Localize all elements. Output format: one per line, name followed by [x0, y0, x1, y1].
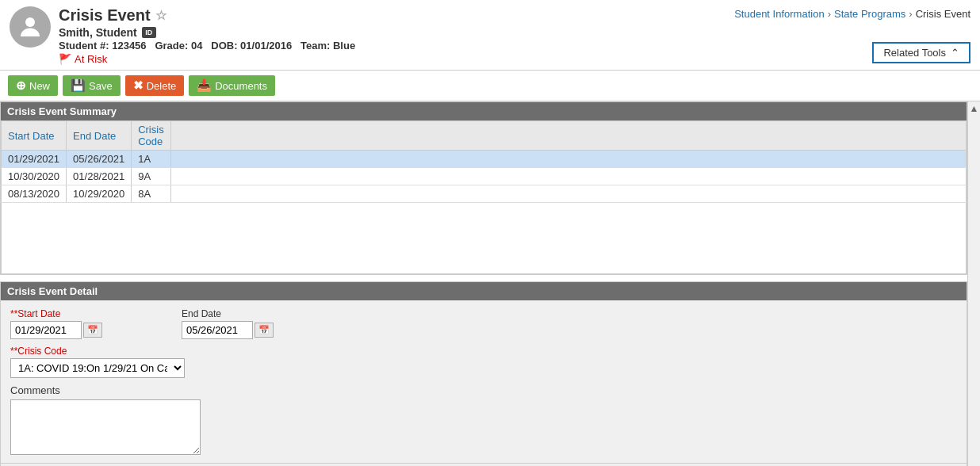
crisis-code-select[interactable]: 1A: COVID 19:On 1/29/21 On Campus9A: Opt…: [10, 358, 185, 378]
start-date-group: *Start Date 📅: [10, 308, 102, 339]
save-button[interactable]: 💾 Save: [63, 75, 121, 96]
cell-start-date: 10/30/2020: [2, 168, 67, 185]
toolbar: ⊕ New 💾 Save ✖ Delete 📥 Documents: [0, 71, 980, 101]
summary-header: Crisis Event Summary: [1, 102, 967, 120]
at-risk-text: At Risk: [75, 53, 107, 65]
delete-label: Delete: [147, 80, 177, 92]
avatar-icon: [16, 13, 44, 41]
modified-by: Modified By: Administrator 08/25/2021 09…: [1, 463, 967, 466]
cell-empty: [170, 168, 966, 185]
date-row: *Start Date 📅 End Date 📅: [10, 308, 957, 339]
end-date-group: End Date 📅: [182, 308, 274, 339]
documents-icon: 📥: [197, 78, 212, 93]
student-number: 123456: [112, 40, 146, 52]
detail-body: *Start Date 📅 End Date 📅: [1, 300, 967, 463]
team-value: Blue: [333, 40, 355, 52]
summary-table: Start Date End Date Crisis Code 01/29/20…: [1, 120, 967, 203]
table-row[interactable]: 01/29/2021 05/26/2021 1A: [2, 151, 967, 168]
breadcrumb-state-programs[interactable]: State Programs: [834, 8, 905, 20]
comments-label: Comments: [10, 384, 957, 396]
summary-empty-space: [1, 203, 967, 274]
col-crisis-code[interactable]: Crisis Code: [132, 121, 171, 151]
delete-icon: ✖: [133, 78, 144, 93]
start-date-input[interactable]: [10, 321, 82, 339]
breadcrumb-separator-2: ›: [909, 8, 912, 20]
title-text: Crisis Event: [59, 6, 151, 25]
dob-value: 01/01/2016: [240, 40, 292, 52]
crisis-code-group: *Crisis Code 1A: COVID 19:On 1/29/21 On …: [10, 346, 957, 378]
breadcrumb-student-information[interactable]: Student Information: [734, 8, 824, 20]
student-name: Smith, Student ID: [59, 26, 970, 39]
delete-button[interactable]: ✖ Delete: [125, 75, 185, 96]
comments-textarea[interactable]: [10, 399, 201, 455]
svg-point-0: [25, 17, 35, 27]
plus-icon: ⊕: [16, 78, 26, 93]
save-icon: 💾: [71, 78, 86, 93]
documents-button[interactable]: 📥 Documents: [189, 75, 275, 96]
end-date-label: End Date: [182, 308, 274, 319]
start-date-label: *Start Date: [10, 308, 102, 319]
end-date-calendar-button[interactable]: 📅: [255, 323, 274, 338]
end-date-input[interactable]: [182, 321, 253, 339]
cell-start-date: 08/13/2020: [2, 185, 67, 203]
main-content: Crisis Event Summary Start Date End Date…: [0, 101, 980, 466]
breadcrumb-current: Crisis Event: [916, 8, 970, 20]
documents-label: Documents: [215, 80, 267, 92]
student-number-label: Student #:: [59, 40, 109, 52]
start-date-calendar-button[interactable]: 📅: [83, 323, 102, 338]
summary-title: Crisis Event Summary: [7, 105, 117, 117]
related-tools-label: Related Tools: [883, 47, 946, 59]
cell-crisis-code: 8A: [132, 185, 171, 203]
cell-end-date: 10/29/2020: [67, 185, 132, 203]
cell-end-date: 05/26/2021: [67, 151, 132, 168]
save-label: Save: [89, 80, 113, 92]
table-row[interactable]: 10/30/2020 01/28/2021 9A: [2, 168, 967, 185]
id-card-icon: ID: [142, 27, 156, 38]
cell-empty: [170, 185, 966, 203]
cell-empty: [170, 151, 966, 168]
new-label: New: [29, 80, 50, 92]
chevron-up-icon: ⌃: [951, 47, 959, 59]
grade-label: Grade:: [155, 40, 188, 52]
related-tools-button[interactable]: Related Tools ⌃: [872, 42, 970, 63]
col-end-date[interactable]: End Date: [67, 121, 132, 151]
at-risk-label: 🚩 At Risk: [59, 53, 970, 65]
crisis-code-label: *Crisis Code: [10, 346, 957, 357]
cell-end-date: 01/28/2021: [67, 168, 132, 185]
cell-start-date: 01/29/2021: [2, 151, 67, 168]
student-name-text: Smith, Student: [59, 26, 137, 39]
comments-group: Comments: [10, 384, 957, 455]
team-label: Team:: [301, 40, 330, 52]
student-meta: Student #: 123456 Grade: 04 DOB: 01/01/2…: [59, 40, 970, 52]
col-extra: [170, 121, 966, 151]
start-date-input-group: 📅: [10, 321, 102, 339]
page-header: Crisis Event ☆ Smith, Student ID Student…: [0, 0, 980, 71]
detail-header: Crisis Event Detail: [1, 282, 967, 300]
grade-value: 04: [191, 40, 202, 52]
summary-section: Crisis Event Summary Start Date End Date…: [0, 101, 967, 275]
new-button[interactable]: ⊕ New: [8, 75, 58, 96]
breadcrumb-separator-1: ›: [828, 8, 831, 20]
table-row[interactable]: 08/13/2020 10/29/2020 8A: [2, 185, 967, 203]
col-start-date[interactable]: Start Date: [2, 121, 67, 151]
cell-crisis-code: 9A: [132, 168, 171, 185]
detail-section: Crisis Event Detail *Start Date 📅 End Da…: [0, 281, 967, 466]
cell-crisis-code: 1A: [132, 151, 171, 168]
detail-title: Crisis Event Detail: [7, 285, 98, 297]
scrollbar[interactable]: ▲: [967, 101, 980, 466]
dob-label: DOB:: [211, 40, 237, 52]
content-area: Crisis Event Summary Start Date End Date…: [0, 101, 967, 466]
flag-icon: 🚩: [59, 53, 71, 65]
breadcrumb: Student Information › State Programs › C…: [734, 8, 970, 20]
avatar: [10, 6, 51, 48]
favorite-star-icon[interactable]: ☆: [155, 8, 167, 23]
end-date-input-group: 📅: [182, 321, 274, 339]
scroll-up-icon[interactable]: ▲: [970, 103, 979, 114]
